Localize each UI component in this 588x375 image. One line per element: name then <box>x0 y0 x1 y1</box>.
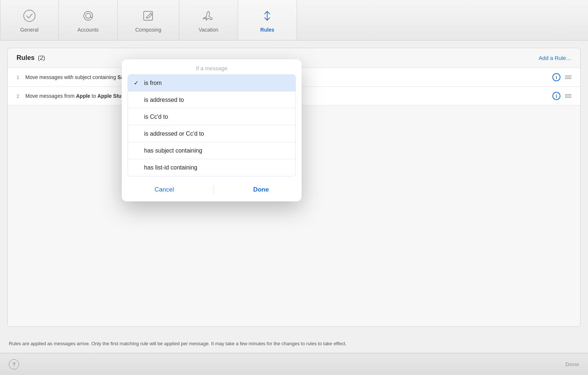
rule-actions: i <box>552 73 571 81</box>
svg-point-1 <box>86 13 91 18</box>
dropdown-placeholder: If a message <box>122 59 302 74</box>
rules-panel: Rules (2) Add a Rule… 1 Move messages wi… <box>7 48 581 327</box>
rule-number: 2 <box>17 93 25 99</box>
dropdown-panel: If a message ✓ is from ✓ is addressed to… <box>122 59 302 201</box>
main-content: Rules (2) Add a Rule… 1 Move messages wi… <box>0 40 588 353</box>
tab-composing-label: Composing <box>135 27 161 33</box>
add-rule-button[interactable]: Add a Rule… <box>539 55 571 61</box>
footer-divider <box>214 185 214 194</box>
checkmark-icon: ✓ <box>134 79 144 86</box>
done-button-disabled: Done <box>566 361 580 367</box>
tab-vacation[interactable]: Vacation <box>179 0 238 40</box>
drag-handle-icon[interactable] <box>565 94 571 98</box>
rule-actions: i <box>552 92 571 100</box>
tab-vacation-label: Vacation <box>199 27 218 33</box>
rules-title: Rules (2) <box>17 54 45 62</box>
at-symbol-icon <box>80 8 96 24</box>
tab-accounts[interactable]: Accounts <box>59 0 118 40</box>
dropdown-option-is-from[interactable]: ✓ is from <box>128 75 295 92</box>
dropdown-options-list: ✓ is from ✓ is addressed to ✓ is Cc'd to <box>128 74 296 176</box>
tab-rules-label: Rules <box>260 27 274 33</box>
checkmark-circle-icon <box>21 8 37 24</box>
svg-point-0 <box>24 10 35 21</box>
tab-accounts-label: Accounts <box>78 27 99 33</box>
edit-square-icon <box>140 8 156 24</box>
dropdown-option-is-addressed-to[interactable]: ✓ is addressed to <box>128 92 295 108</box>
bottom-bar: ? Done <box>0 353 588 375</box>
info-button[interactable]: i <box>552 92 560 100</box>
drag-handle-icon[interactable] <box>565 75 571 79</box>
footer-note: Rules are applied as messages arrive. On… <box>0 334 588 353</box>
tab-general-label: General <box>20 27 39 33</box>
tab-rules[interactable]: Rules <box>238 0 297 40</box>
dropdown-option-has-list-id[interactable]: ✓ has list-id containing <box>128 159 295 176</box>
airplane-icon <box>200 8 216 24</box>
dropdown-option-has-subject[interactable]: ✓ has subject containing <box>128 142 295 159</box>
dropdown-footer: Cancel Done <box>122 178 302 201</box>
dropdown-option-is-addressed-or-ccd[interactable]: ✓ is addressed or Cc'd to <box>128 125 295 142</box>
cancel-button[interactable]: Cancel <box>146 183 183 196</box>
info-button[interactable]: i <box>552 73 560 81</box>
done-button[interactable]: Done <box>244 183 278 196</box>
arrows-updown-icon <box>259 8 275 24</box>
tab-general[interactable]: General <box>0 0 59 40</box>
rule-number: 1 <box>17 75 25 80</box>
toolbar: General Accounts Composing Vacat <box>0 0 588 40</box>
svg-line-3 <box>151 12 151 13</box>
tab-composing[interactable]: Composing <box>118 0 179 40</box>
help-button[interactable]: ? <box>9 359 19 369</box>
dropdown-option-is-ccd-to[interactable]: ✓ is Cc'd to <box>128 108 295 125</box>
